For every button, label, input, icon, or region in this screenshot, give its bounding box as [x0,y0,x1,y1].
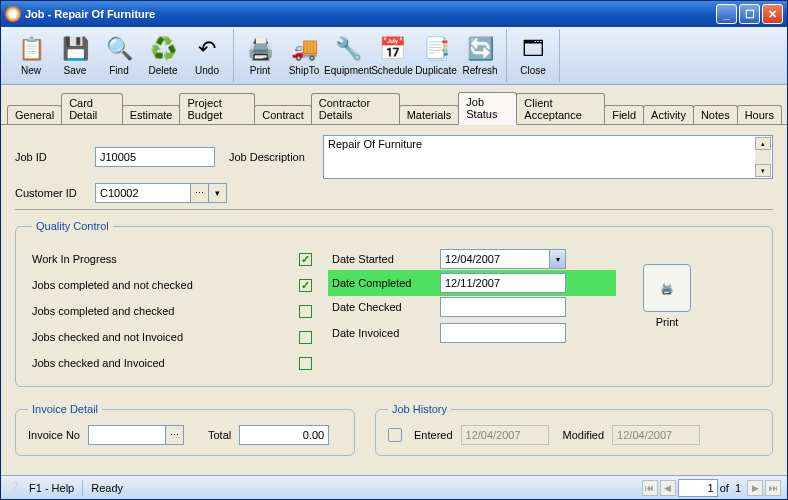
new-icon: 📋 [17,35,45,63]
customer-dropdown-button[interactable]: ▾ [209,183,227,203]
refresh-button[interactable]: 🔄Refresh [458,30,502,82]
undo-button[interactable]: ↶Undo [185,30,229,82]
close-label: Close [520,65,546,76]
date-started-dropdown[interactable]: ▾ [550,249,566,269]
qc-check-label: Jobs checked and Invoiced [32,357,299,369]
find-icon: 🔍 [105,35,133,63]
save-label: Save [64,65,87,76]
print-icon: 🖨️ [246,35,274,63]
tab-estimate[interactable]: Estimate [122,105,181,124]
shipto-icon: 🚚 [290,35,318,63]
nav-next[interactable]: ▶ [747,480,763,496]
tab-contractor-details[interactable]: Contractor Details [311,93,400,124]
tab-activity[interactable]: Activity [643,105,694,124]
nav-prev[interactable]: ◀ [660,480,676,496]
tab-project-budget[interactable]: Project Budget [179,93,255,124]
tab-notes[interactable]: Notes [693,105,738,124]
window-title: Job - Repair Of Furniture [25,8,716,20]
tab-materials[interactable]: Materials [399,105,460,124]
printer-icon: 🖨️ [660,282,674,295]
qc-check-row: Jobs checked and Invoiced [32,350,312,376]
date-completed-input[interactable]: 12/11/2007 [440,273,566,293]
equipment-button[interactable]: 🔧Equipment [326,30,370,82]
schedule-button[interactable]: 📅Schedule [370,30,414,82]
new-button[interactable]: 📋New [9,30,53,82]
save-button[interactable]: 💾Save [53,30,97,82]
entered-label: Entered [414,429,453,441]
print-button[interactable]: 🖨️Print [238,30,282,82]
date-completed-row: Date Completed 12/11/2007 [328,270,616,296]
qc-legend: Quality Control [32,220,113,232]
window: Job - Repair Of Furniture _ ☐ ✕ 📋New💾Sav… [0,0,788,500]
tab-strip: GeneralCard DetailEstimateProject Budget… [1,85,787,125]
job-desc-text: Repair Of Furniture [328,138,422,150]
customer-lookup-button[interactable]: ⋯ [191,183,209,203]
qc-checkbox[interactable]: ✓ [299,253,312,266]
nav-last[interactable]: ⏭ [765,480,781,496]
shipto-button[interactable]: 🚚ShipTo [282,30,326,82]
qc-checkbox[interactable] [299,357,312,370]
tab-contract[interactable]: Contract [254,105,312,124]
job-id-input[interactable] [95,147,215,167]
history-checkbox[interactable] [388,428,402,442]
of-label: of [720,482,729,494]
qc-check-label: Work In Progress [32,253,299,265]
record-navigator: ⏮ ◀ of 1 ▶ ⏭ [642,479,781,497]
print-label: Print [656,316,679,328]
duplicate-button[interactable]: 📑Duplicate [414,30,458,82]
total-label: Total [208,429,231,441]
job-desc-textarea[interactable]: Repair Of Furniture ▴▾ [323,135,773,179]
shipto-label: ShipTo [289,65,320,76]
history-legend: Job History [388,403,451,415]
schedule-label: Schedule [371,65,413,76]
qc-checkbox[interactable] [299,331,312,344]
invoice-no-input[interactable] [88,425,166,445]
date-started-label: Date Started [332,253,432,265]
date-completed-label: Date Completed [332,277,432,289]
tab-job-status[interactable]: Job Status [458,92,517,125]
job-id-label: Job ID [15,151,95,163]
invoice-detail-fieldset: Invoice Detail Invoice No ⋯ Total [15,403,355,456]
tab-card-detail[interactable]: Card Detail [61,93,123,124]
titlebar[interactable]: Job - Repair Of Furniture _ ☐ ✕ [1,1,787,27]
equipment-label: Equipment [324,65,372,76]
print-button[interactable]: 🖨️ [643,264,691,312]
qc-checkbox[interactable]: ✓ [299,279,312,292]
refresh-icon: 🔄 [466,35,494,63]
save-icon: 💾 [61,35,89,63]
tab-field[interactable]: Field [604,105,644,124]
page-input[interactable] [678,479,718,497]
date-invoiced-input[interactable] [440,323,566,343]
qc-checkbox[interactable] [299,305,312,318]
customer-id-label: Customer ID [15,187,95,199]
modified-label: Modified [563,429,605,441]
delete-icon: ♻️ [149,35,177,63]
close-button[interactable]: ✕ [762,4,783,24]
qc-check-label: Jobs completed and not checked [32,279,299,291]
invoice-legend: Invoice Detail [28,403,102,415]
delete-label: Delete [149,65,178,76]
nav-first[interactable]: ⏮ [642,480,658,496]
undo-icon: ↶ [193,35,221,63]
find-button[interactable]: 🔍Find [97,30,141,82]
desc-scrollbar[interactable]: ▴▾ [755,137,771,177]
customer-id-input[interactable] [95,183,191,203]
content-area: Job ID Job Description Repair Of Furnitu… [1,125,787,475]
minimize-button[interactable]: _ [716,4,737,24]
print-label: Print [250,65,271,76]
tab-general[interactable]: General [7,105,62,124]
help-text: F1 - Help [29,482,74,494]
date-checked-input[interactable] [440,297,566,317]
qc-check-row: Jobs completed and checked [32,298,312,324]
maximize-button[interactable]: ☐ [739,4,760,24]
tab-client-acceptance[interactable]: Client Acceptance [516,93,605,124]
total-input[interactable] [239,425,329,445]
new-label: New [21,65,41,76]
delete-button[interactable]: ♻️Delete [141,30,185,82]
tab-hours[interactable]: Hours [737,105,782,124]
date-started-input[interactable]: 12/04/2007 [440,249,550,269]
modified-date: 12/04/2007 [612,425,700,445]
invoice-lookup-button[interactable]: ⋯ [166,425,184,445]
help-icon[interactable]: ❔ [7,481,21,494]
close-button[interactable]: 🗔Close [511,30,555,82]
